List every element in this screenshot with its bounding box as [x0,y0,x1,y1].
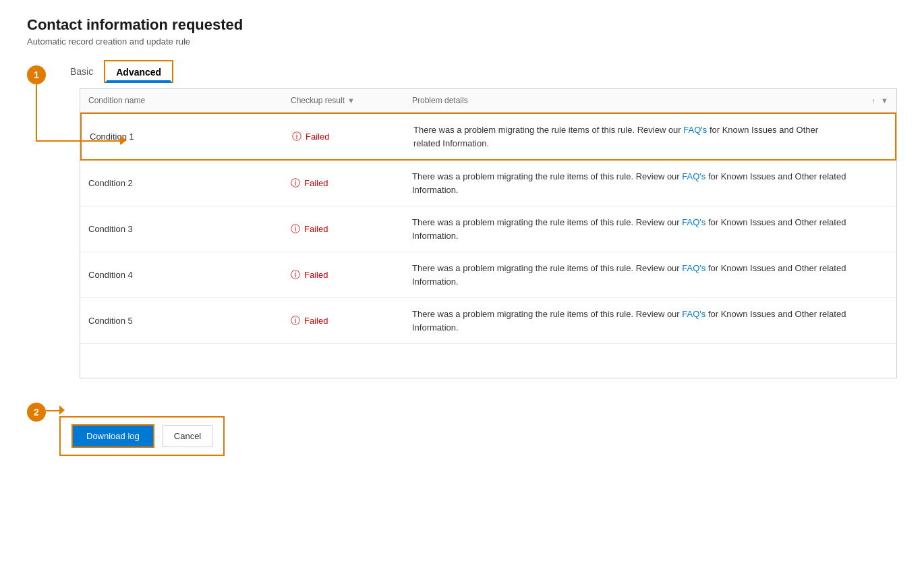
condition-name-5: Condition 5 [88,316,291,326]
status-5: ⓘ Failed [291,315,412,327]
empty-row [80,344,896,378]
connector-line-1 [36,84,37,142]
arrow-head-2 [59,405,65,415]
problem-detail-1: There was a problem migrating the rule i… [413,123,846,150]
table-header: Condition name Checkup result ▼ Problem … [80,89,896,113]
extra-filter-icon[interactable]: ▼ [881,96,888,105]
failed-icon-4: ⓘ [291,269,300,281]
checkup-filter-icon[interactable]: ▼ [347,96,355,105]
status-3: ⓘ Failed [291,223,412,235]
failed-icon-2: ⓘ [291,177,300,190]
condition-name-3: Condition 3 [88,224,291,234]
page-subtitle: Automatic record creation and update rul… [27,36,897,47]
col-header-checkup: Checkup result ▼ [291,96,412,105]
page-title: Contact information requested [27,16,897,34]
col-header-problem: Problem details [412,96,848,105]
tab-basic[interactable]: Basic [59,61,104,82]
faq-link-2[interactable]: FAQ's [682,171,705,181]
table-row: Condition 2 ⓘ Failed There was a problem… [80,161,896,206]
problem-detail-2: There was a problem migrating the rule i… [412,170,848,196]
annotation-badge-2: 2 [27,403,46,422]
faq-link-4[interactable]: FAQ's [682,263,705,273]
problem-detail-3: There was a problem migrating the rule i… [412,216,848,242]
table-row: Condition 3 ⓘ Failed There was a problem… [80,206,896,252]
status-2: ⓘ Failed [291,177,412,190]
faq-link-5[interactable]: FAQ's [682,309,705,319]
problem-detail-5: There was a problem migrating the rule i… [412,308,848,334]
download-log-button[interactable]: Download log [71,424,154,448]
condition-name-4: Condition 4 [88,270,291,280]
table-row: Condition 5 ⓘ Failed There was a problem… [80,298,896,344]
tab-advanced[interactable]: Advanced [104,60,173,83]
failed-icon-1: ⓘ [292,131,301,143]
failed-icon-3: ⓘ [291,223,300,235]
arrow-head-1 [120,136,127,145]
faq-link-3[interactable]: FAQ's [682,217,705,227]
faq-link-1[interactable]: FAQ's [683,125,707,135]
footer-actions: Download log Cancel [59,416,225,456]
condition-name-2: Condition 2 [88,178,291,188]
status-1: ⓘ Failed [292,131,413,143]
connector-horiz-1 [36,140,123,142]
conditions-table: Condition name Checkup result ▼ Problem … [80,88,897,378]
table-row: Condition 4 ⓘ Failed There was a problem… [80,252,896,298]
cancel-button[interactable]: Cancel [163,425,212,447]
annotation-badge-1: 1 [27,65,46,84]
table-row: Condition 1 ⓘ Failed There was a problem… [80,113,896,161]
sort-up-icon[interactable]: ↑ [872,96,876,105]
col-header-extra: ↑ ▼ [848,96,888,105]
problem-detail-4: There was a problem migrating the rule i… [412,262,848,288]
failed-icon-5: ⓘ [291,315,300,327]
col-header-condition: Condition name [88,96,291,105]
status-4: ⓘ Failed [291,269,412,281]
